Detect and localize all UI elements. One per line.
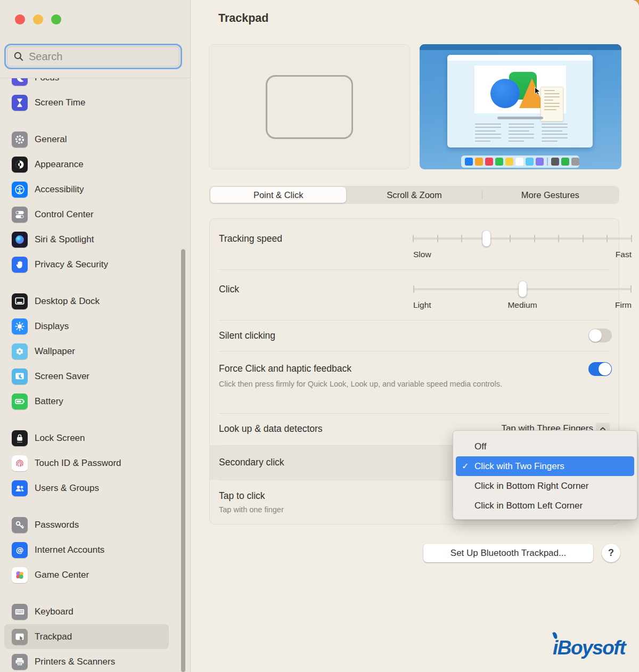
sidebar-item-battery[interactable]: Battery xyxy=(4,389,169,414)
sidebar-item-screen-saver[interactable]: Screen Saver xyxy=(4,364,169,389)
dock-separator xyxy=(547,158,548,166)
iboysoft-watermark: iBoysoft xyxy=(553,637,625,659)
sidebar-item-label: Game Center xyxy=(35,570,89,580)
lock-screen-icon xyxy=(12,430,28,446)
demo-dock xyxy=(461,155,579,168)
sidebar-item-control-center[interactable]: Control Center xyxy=(4,202,169,227)
displays-icon xyxy=(12,318,28,334)
menu-item-label: Click in Bottom Right Corner xyxy=(474,481,588,491)
sidebar-item-label: Touch ID & Password xyxy=(35,458,121,469)
secondary-click-menu: Off✓Click with Two FingersClick in Botto… xyxy=(453,430,637,520)
sidebar-item-game-center[interactable]: Game Center xyxy=(4,562,169,587)
sidebar-item-label: Screen Saver xyxy=(35,371,89,382)
dock-app-icon xyxy=(526,158,534,166)
trackpad-outline xyxy=(266,75,353,139)
tap-to-click-label: Tap to click xyxy=(219,490,265,502)
sidebar-item-label: Printers & Scanners xyxy=(35,657,115,667)
click-slider-handle[interactable] xyxy=(519,281,527,297)
sidebar-group: Passwords@Internet AccountsGame Center xyxy=(0,512,190,587)
search-icon xyxy=(13,51,24,62)
help-button[interactable]: ? xyxy=(602,544,620,562)
sidebar-item-screen-time[interactable]: Screen Time xyxy=(4,90,169,115)
tab-more-gestures[interactable]: More Gestures xyxy=(482,187,618,203)
keyboard-icon xyxy=(12,604,28,620)
sidebar-item-label: Users & Groups xyxy=(35,483,99,494)
menu-item-click-in-bottom-right-corner[interactable]: Click in Bottom Right Corner xyxy=(456,476,634,496)
general-icon xyxy=(12,132,28,147)
sidebar-item-users-groups[interactable]: Users & Groups xyxy=(4,476,169,501)
search-field[interactable]: Search xyxy=(4,44,182,69)
click-slider[interactable]: Light Medium Firm xyxy=(413,269,632,320)
dock-app-icon xyxy=(475,158,483,166)
sidebar-item-touch-id-password[interactable]: Touch ID & Password xyxy=(4,450,169,476)
sidebar-item-displays[interactable]: Displays xyxy=(4,314,169,339)
sidebar-item-label: Displays xyxy=(35,321,69,332)
sidebar-item-lock-screen[interactable]: Lock Screen xyxy=(4,425,169,450)
dock-app-icon xyxy=(571,158,579,166)
sidebar-item-internet-accounts[interactable]: @Internet Accounts xyxy=(4,537,169,562)
tab-point-click[interactable]: Point & Click xyxy=(210,187,346,203)
cursor-icon xyxy=(534,87,541,97)
sidebar-item-label: Trackpad xyxy=(35,632,72,642)
menu-item-label: Click in Bottom Left Corner xyxy=(474,501,583,511)
printers-icon xyxy=(12,654,28,670)
tab-scroll-zoom[interactable]: Scroll & Zoom xyxy=(346,187,482,203)
close-button[interactable] xyxy=(15,14,25,24)
sidebar-item-passwords[interactable]: Passwords xyxy=(4,512,169,537)
zoom-button[interactable] xyxy=(51,14,61,24)
setup-bluetooth-trackpad-button[interactable]: Set Up Bluetooth Trackpad... xyxy=(423,544,593,562)
tracking-speed-max-label: Fast xyxy=(616,250,632,259)
checkmark-icon: ✓ xyxy=(462,461,469,471)
sidebar-item-siri-spotlight[interactable]: Siri & Spotlight xyxy=(4,227,169,252)
menu-item-click-in-bottom-left-corner[interactable]: Click in Bottom Left Corner xyxy=(456,496,634,515)
sidebar-item-label: Internet Accounts xyxy=(35,545,104,555)
click-mid-label: Medium xyxy=(507,300,537,310)
click-row: Click Light Medium Firm xyxy=(210,269,619,320)
tracking-speed-slider[interactable]: Slow Fast xyxy=(413,219,632,269)
look-up-label: Look up & data detectors xyxy=(219,423,323,435)
force-click-label: Force Click and haptic feedback xyxy=(219,363,351,374)
sidebar-item-keyboard[interactable]: Keyboard xyxy=(4,599,169,624)
demo-menubar xyxy=(420,44,621,50)
passwords-icon xyxy=(12,517,28,533)
sidebar-item-label: Passwords xyxy=(35,520,79,530)
tracking-speed-label: Tracking speed xyxy=(219,233,282,244)
trackpad-illustration xyxy=(209,44,410,169)
battery-icon xyxy=(12,394,28,409)
sidebar-item-desktop-dock[interactable]: Desktop & Dock xyxy=(4,289,169,314)
click-label: Click xyxy=(219,284,239,295)
silent-clicking-toggle[interactable] xyxy=(588,329,612,342)
sidebar-item-privacy-security[interactable]: Privacy & Security xyxy=(4,252,169,277)
sidebar-item-accessibility[interactable]: Accessibility xyxy=(4,177,169,202)
menu-item-off[interactable]: Off xyxy=(456,437,634,456)
sidebar-header: Search xyxy=(0,0,190,78)
tap-to-click-description: Tap with one finger xyxy=(219,505,284,514)
sidebar-item-label: Desktop & Dock xyxy=(35,296,100,307)
minimize-button[interactable] xyxy=(33,14,43,24)
tracking-speed-row: Tracking speed Slow Fast xyxy=(210,219,619,269)
dock-app-icon xyxy=(485,158,493,166)
trackpad-settings-pane: Trackpad xyxy=(191,0,639,672)
gesture-demo-video xyxy=(420,44,621,169)
users-groups-icon xyxy=(12,480,28,496)
sidebar-item-trackpad[interactable]: Trackpad xyxy=(4,624,169,649)
appearance-icon xyxy=(12,157,28,173)
sidebar-item-label: Accessibility xyxy=(35,184,84,195)
internet-accounts-icon: @ xyxy=(12,542,28,558)
desktop-dock-icon xyxy=(12,293,28,309)
sidebar-item-general[interactable]: General xyxy=(4,127,169,152)
sidebar-item-appearance[interactable]: Appearance xyxy=(4,152,169,177)
sidebar-item-wallpaper[interactable]: Wallpaper xyxy=(4,339,169,364)
silent-clicking-label: Silent clicking xyxy=(219,330,275,341)
force-click-toggle[interactable] xyxy=(588,362,612,376)
sidebar-item-label: Appearance xyxy=(35,159,84,170)
tracking-speed-slider-handle[interactable] xyxy=(482,231,490,247)
menu-item-click-with-two-fingers[interactable]: ✓Click with Two Fingers xyxy=(456,456,634,476)
tracking-speed-min-label: Slow xyxy=(413,250,431,259)
sidebar-group: Lock ScreenTouch ID & PasswordUsers & Gr… xyxy=(0,425,190,501)
sidebar-item-printers-scanners[interactable]: Printers & Scanners xyxy=(4,649,169,672)
sidebar-item-list: FocusScreen TimeGeneralAppearanceAccessi… xyxy=(0,65,190,672)
sidebar-scrollbar[interactable] xyxy=(181,249,185,672)
svg-text:@: @ xyxy=(16,545,24,554)
touch-id-icon xyxy=(12,455,28,471)
